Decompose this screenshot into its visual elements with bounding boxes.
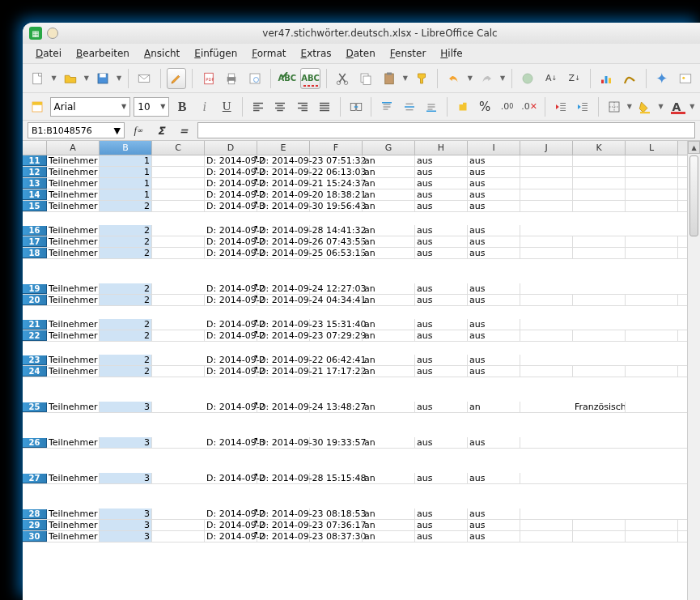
cell[interactable] — [520, 248, 573, 258]
cell[interactable] — [626, 236, 678, 247]
fontcolor-icon[interactable]: A — [667, 96, 686, 117]
column-header-E[interactable]: E — [257, 141, 310, 155]
cell[interactable]: aus — [468, 366, 520, 377]
table-row[interactable]: 25Teilnehmer3D: 2014-09-2D: 2014-09-24 1… — [23, 377, 700, 413]
function-icon[interactable]: = — [175, 122, 193, 138]
menu-datei[interactable]: Datei — [29, 46, 68, 61]
increase-indent-icon[interactable] — [573, 96, 592, 117]
dropdown-arrow[interactable]: ▼ — [402, 74, 409, 82]
cell[interactable]: an — [363, 402, 415, 412]
cell[interactable]: D: 2014-09-2 — [205, 167, 257, 177]
cell[interactable]: D: 2014-09-3 — [205, 437, 257, 448]
font-name-combo[interactable]: Arial▼ — [50, 97, 131, 117]
italic-icon[interactable]: i — [195, 96, 214, 117]
table-row[interactable]: 16Teilnehmer2D: 2014-09-2D: 2014-09-28 1… — [23, 212, 700, 236]
cell[interactable]: D: 2014-09-2 — [205, 295, 257, 305]
cell[interactable]: D: 2014-09-23 07:29:29 — [257, 330, 310, 341]
cell[interactable]: Teilnehmer — [47, 283, 100, 294]
cell[interactable] — [152, 155, 205, 166]
cell[interactable]: an — [363, 509, 415, 519]
cell[interactable] — [573, 201, 626, 211]
cell[interactable]: aus — [468, 520, 520, 530]
row-header[interactable]: 24 — [23, 366, 47, 377]
spreadsheet-grid[interactable]: ABCDEFGHIJKL 11Teilnehmer1D: 2014-09-2D:… — [23, 141, 700, 600]
cell[interactable]: Teilnehmer — [47, 366, 100, 377]
cell[interactable]: D: 2014-09-2 — [205, 319, 257, 330]
cell[interactable]: aus — [415, 283, 468, 294]
cell[interactable]: D: 2014-09-23 07:36:17 — [257, 520, 310, 530]
cell[interactable] — [573, 531, 626, 542]
table-row[interactable]: 14Teilnehmer1D: 2014-09-2D: 2014-09-20 1… — [23, 189, 700, 201]
cell[interactable] — [626, 520, 678, 530]
cell[interactable]: D: 2014-09-23 08:18:53 — [257, 509, 310, 519]
merge-cells-icon[interactable] — [346, 96, 366, 117]
align-top-icon[interactable] — [377, 96, 397, 117]
cell[interactable]: 2 — [100, 355, 152, 365]
cell[interactable]: Teilnehmer — [47, 330, 100, 341]
cell[interactable]: D: 2014-09-24 12:27:03 — [257, 283, 310, 294]
row-header[interactable]: 29 — [23, 520, 47, 530]
cell[interactable] — [626, 366, 678, 377]
cell[interactable]: aus — [468, 225, 520, 236]
cell[interactable]: Teilnehmer — [47, 355, 100, 365]
dropdown-arrow[interactable]: ▼ — [51, 74, 57, 82]
cell[interactable]: 3 — [100, 531, 152, 542]
cell[interactable]: an — [363, 295, 415, 305]
cell[interactable] — [310, 295, 363, 305]
column-header-F[interactable]: F — [310, 141, 363, 155]
open-icon[interactable] — [60, 68, 80, 89]
cell[interactable]: Teilnehmer — [47, 437, 100, 448]
cell[interactable]: D: 2014-09-2 — [205, 520, 257, 530]
cell[interactable]: aus — [415, 295, 468, 305]
cell[interactable]: D: 2014-09-2 — [205, 355, 257, 365]
cell[interactable]: D: 2014-09-23 15:31:40 — [257, 319, 310, 330]
cell[interactable] — [626, 189, 678, 200]
underline-icon[interactable]: U — [217, 96, 236, 117]
table-row[interactable]: 22Teilnehmer2D: 2014-09-2D: 2014-09-23 0… — [23, 330, 700, 342]
cell[interactable] — [626, 155, 678, 166]
cell[interactable]: aus — [415, 178, 468, 189]
cell[interactable]: D: 2014-09-30 19:33:57 — [257, 437, 310, 448]
cell[interactable]: D: 2014-09-2 — [205, 155, 257, 166]
align-left-icon[interactable] — [248, 96, 268, 117]
format-paintbrush-icon[interactable] — [412, 68, 432, 89]
copy-icon[interactable] — [356, 68, 376, 89]
cell[interactable]: D: 2014-09-2 — [205, 248, 257, 258]
cell[interactable] — [520, 520, 573, 530]
table-row[interactable]: 11Teilnehmer1D: 2014-09-2D: 2014-09-23 0… — [23, 155, 700, 167]
table-row[interactable]: 17Teilnehmer2D: 2014-09-2D: 2014-09-26 0… — [23, 236, 700, 248]
cell[interactable] — [152, 520, 205, 530]
cell[interactable]: an — [363, 531, 415, 542]
cell[interactable]: 1 — [100, 155, 152, 166]
cell[interactable]: D: 2014-09-2 — [205, 225, 257, 236]
cell[interactable] — [520, 366, 573, 377]
row-header[interactable]: 21 — [23, 320, 47, 330]
cell[interactable] — [573, 167, 626, 177]
cell[interactable]: an — [363, 189, 415, 200]
cell[interactable] — [520, 295, 573, 305]
column-header-B[interactable]: B — [100, 141, 152, 155]
column-header-A[interactable]: A — [47, 141, 100, 155]
cell[interactable]: aus — [468, 189, 520, 200]
cell[interactable] — [310, 155, 363, 166]
cell[interactable]: aus — [468, 201, 520, 211]
cell[interactable] — [573, 330, 626, 341]
table-row[interactable]: 12Teilnehmer1D: 2014-09-2D: 2014-09-22 0… — [23, 167, 700, 178]
cell[interactable]: an — [363, 178, 415, 189]
cell[interactable]: 3 — [100, 520, 152, 530]
cell[interactable]: D: 2014-09-23 08:37:30 — [257, 531, 310, 542]
menu-daten[interactable]: Daten — [340, 46, 382, 61]
cell[interactable]: aus — [415, 319, 468, 330]
cell[interactable] — [573, 520, 626, 530]
cell[interactable] — [573, 236, 626, 247]
cell[interactable]: aus — [468, 155, 520, 166]
table-row[interactable]: 27Teilnehmer3D: 2014-09-2D: 2014-09-28 1… — [23, 449, 700, 484]
cell[interactable]: Teilnehmer — [47, 155, 100, 166]
column-header-K[interactable]: K — [573, 141, 626, 155]
percent-icon[interactable]: % — [475, 96, 494, 117]
align-center-icon[interactable] — [270, 96, 290, 117]
align-right-icon[interactable] — [293, 96, 312, 117]
row-header[interactable]: 20 — [23, 295, 47, 305]
cell[interactable]: aus — [415, 509, 468, 519]
cell[interactable] — [310, 178, 363, 189]
